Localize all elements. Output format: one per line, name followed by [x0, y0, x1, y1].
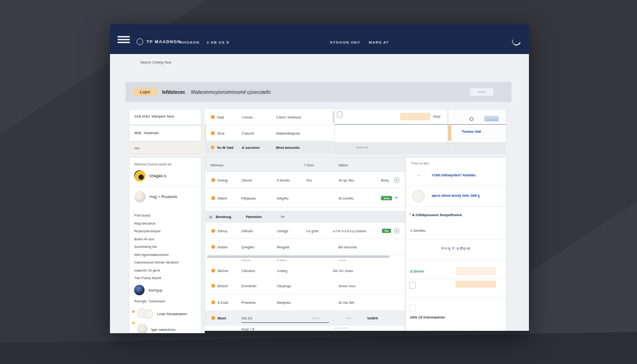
breadcrumb: Search Chating View [140, 61, 171, 64]
cell: S Euet [218, 300, 228, 305]
avatar [134, 170, 146, 182]
right-panel-row [406, 279, 506, 298]
cell: B4 Grr Griso [333, 268, 353, 273]
sidebar-link-3[interactable]: Reyeuyslersequel [134, 229, 178, 237]
cell: Zdnuy [218, 228, 228, 233]
profile-name: tgar nawentons [151, 328, 175, 332]
cell: 3 tent I tmetions [276, 115, 301, 119]
left-card-1[interactable]: 10A.0061 Wehperr Mon [129, 109, 201, 125]
divider [448, 124, 506, 125]
status-dot-icon [211, 196, 215, 200]
sidebar-link-2[interactable]: Regi tthnolinot [134, 222, 178, 230]
avatar [134, 285, 145, 295]
status-dot-icon [211, 284, 215, 288]
sidebar-profile-1[interactable]: Vragas-s [134, 170, 166, 182]
input-underline[interactable] [241, 322, 329, 323]
currency-icon: $ [394, 177, 400, 183]
status-dot-icon [211, 300, 215, 304]
cell: 9u W Gad [217, 145, 234, 149]
sidebar-link-1[interactable]: Print board [134, 214, 178, 222]
right-panel-header: Pnor-or-anx [411, 162, 429, 165]
nav-item-2[interactable]: 2 AB CS S [207, 40, 229, 45]
progress-bar [207, 255, 390, 258]
slider-handle[interactable] [484, 116, 499, 121]
cell: mrs [346, 317, 351, 319]
nav-item-4[interactable]: MARS AT [369, 40, 389, 45]
avatar [412, 190, 425, 202]
progress-pill [400, 113, 430, 120]
titlebar-action-button[interactable]: Admin [470, 88, 493, 96]
nav-item-1[interactable]: SHOAON [180, 40, 200, 45]
table-row[interactable]: Zdnuy GMudo Ltindgs Ltr grdn a f tm 4 rt… [205, 223, 405, 239]
cell: Rlilqsudo [241, 196, 256, 200]
cell: Bd dsrrunta [338, 245, 357, 249]
cell: St covAtu [338, 196, 354, 200]
table-footnote: brpqr r'3t [241, 328, 255, 331]
checkbox[interactable] [409, 305, 416, 311]
table-row[interactable]: Brbsnf Drunlsher Osrplngu Sunor Hou [205, 278, 405, 294]
right-panel-link[interactable]: #7ath Ddtsayrtant? Adsllats [432, 173, 475, 177]
top-list-row[interactable]: Gad I-mvdo... 3 tent I tmetions [205, 109, 337, 125]
cell: a f tm 4 rt b.e.q Löostlun [333, 229, 366, 232]
profile-name: SwXgup [148, 288, 163, 292]
profile-name: Vragas-s [149, 173, 166, 178]
main-table: Wimooo 7 Dion Iattion Svbng Obond 0-tmod… [205, 157, 405, 333]
checkbox[interactable] [409, 282, 416, 289]
cell: Wedyrbu [277, 300, 291, 305]
hamburger-menu-icon[interactable] [118, 36, 130, 45]
right-panel-text: 4 3omAbu [410, 229, 426, 232]
sidebar-links: Print board Regi tthnolinot Reyeuyslerse… [134, 214, 178, 284]
table-row[interactable]: S Euet Pmarkha Wedyrbu At Gw Wh [205, 294, 405, 311]
status-badge: aaac [381, 196, 392, 200]
sidebar-panel: Macheoq Duuma saved am Vragas-s Hug + Ru… [129, 157, 201, 333]
sidebar-link-5[interactable]: Sunshieling fob [134, 245, 178, 253]
status-dot-icon [211, 269, 215, 273]
title-badge: Lupo [133, 88, 157, 96]
slider-panel-link[interactable]: Tomas Gat [462, 129, 481, 134]
cell: ImWX [367, 316, 378, 320]
nav-item-3[interactable]: SYDOON ONY [330, 40, 360, 45]
progress-pill [455, 267, 496, 275]
brand[interactable]: TP MAADNGN [136, 38, 181, 45]
sidebar-link-4[interactable]: Board 40 aon [134, 237, 178, 246]
section-title: Bonduug [216, 215, 231, 219]
right-panel-link[interactable]: qares dbovt anndy tmte 2at6 g [432, 194, 480, 197]
sidebar-header: Macheoq Duuma saved am [134, 163, 172, 166]
background-shape [0, 332, 637, 364]
top-list-row[interactable]: Shut Cobuntl Watesettrapota [205, 125, 337, 141]
right-panel-item[interactable]: qares dbovt anndy tmte 2at6 g [406, 186, 506, 207]
cell: Drunlsher [241, 284, 257, 288]
cell: 0-tmodo [277, 178, 290, 182]
table-row-selected[interactable]: Moot OA.1m Amum mrs ImWX [205, 311, 405, 326]
desktop-background: TP MAADNGN SHOAON 2 AB CS S SYDOON ONY M… [0, 0, 637, 364]
cell: Ltr grdn [306, 228, 318, 233]
sidebar-link-6[interactable]: Weit figsomtatleoutmnn [134, 253, 178, 261]
sidebar-link-9[interactable]: Tian Pubey Wyrbit [134, 276, 178, 284]
status-dot-icon [132, 322, 135, 324]
left-card-2[interactable]: 9EB. Yealtman [129, 126, 201, 141]
top-list-row-selected[interactable]: 9u W Gad A socomer Wrut amounts [205, 141, 337, 154]
table-row[interactable]: 9dwrs Rlilqsudo AAghtu St covAtu aaac ⚑ [205, 189, 405, 208]
sidebar-link-8[interactable]: maarchh 43 gend [134, 269, 178, 277]
table-row[interactable]: Svbng Obond 0-tmodo 9rcr 9o tyr 4bu $nny… [205, 172, 405, 189]
cell: C8rodrtu [241, 268, 255, 273]
cell: Mingula [277, 245, 289, 249]
section-col: Fametion [246, 215, 262, 219]
left-card-3[interactable]: neo [129, 142, 201, 154]
table-section-header: ▤ Bonduug Fametion "m [205, 211, 405, 223]
page-titlebar: Lupo Ivfdstecec Maiteommoyionsimnoomil c… [126, 82, 511, 102]
pill-note: tasp [433, 114, 440, 118]
cell: Svbng [218, 178, 228, 182]
slider-marker-icon [470, 117, 473, 121]
cell: AAghtu [277, 196, 289, 200]
cell: 9rddor [218, 245, 228, 249]
sidebar-profile-2[interactable]: Hug + Ruusnes [134, 191, 177, 202]
right-panel-item[interactable]: ~ #7ath Ddtsayrtant? Adsllats [406, 168, 506, 186]
sidebar-profile-3[interactable]: SwXgup [134, 285, 163, 295]
status-dot-icon [211, 178, 215, 182]
date-note: JAN 19 Ddnmadnbc [410, 315, 446, 319]
sidebar-link-7[interactable]: Cakoneoeost timmar declared [134, 261, 178, 269]
table-row[interactable]: 9rddor QrAgbtu Mingula Bd dsrrunta [205, 239, 405, 255]
table-header-row: Wimooo 7 Dion Iattion [205, 158, 405, 172]
table-row[interactable]: 9b2ms C8rodrtu Crtslrg B4 Grr Griso [205, 263, 405, 278]
